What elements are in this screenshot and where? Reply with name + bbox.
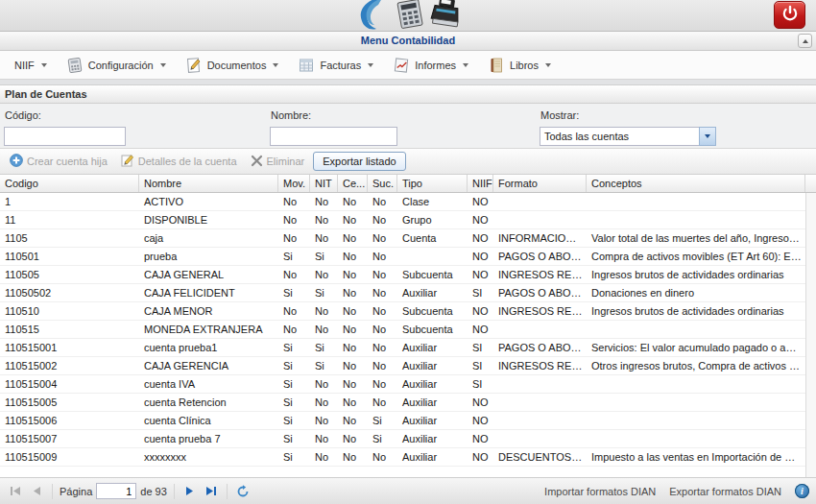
cell-ce: No bbox=[338, 302, 368, 320]
account-details-button[interactable]: Detalles de la cuenta bbox=[116, 152, 242, 171]
codigo-label: Código: bbox=[5, 109, 41, 121]
pencil-edit-icon bbox=[121, 154, 134, 169]
cell-niif: NO bbox=[468, 412, 493, 429]
prev-page-button[interactable] bbox=[28, 483, 45, 500]
delete-button[interactable]: Eliminar bbox=[246, 153, 310, 171]
table-row[interactable]: 1105cajaNoNoNoNoCuentaNOINFORMACION D...… bbox=[0, 229, 805, 248]
column-header-codigo[interactable]: Codigo bbox=[0, 175, 139, 192]
cell-mov: Si bbox=[278, 248, 310, 265]
export-list-button[interactable]: Exportar listado bbox=[313, 152, 405, 171]
cell-tipo: Auxiliar bbox=[397, 430, 468, 447]
menu-documentos[interactable]: Documentos bbox=[179, 54, 286, 77]
column-header-nombre[interactable]: Nombre bbox=[139, 175, 278, 192]
menu-niif[interactable]: NIIF bbox=[8, 57, 54, 74]
cell-tipo: Auxiliar bbox=[397, 375, 468, 393]
column-header-mov[interactable]: Mov. bbox=[278, 175, 310, 192]
cell-codigo: 11 bbox=[0, 211, 139, 228]
import-dian-link[interactable]: Importar formatos DIAN bbox=[544, 486, 656, 497]
cell-nit: No bbox=[310, 375, 338, 393]
cell-suc: Si bbox=[368, 430, 397, 447]
menu-libros[interactable]: Libros bbox=[481, 54, 558, 77]
menu-facturas[interactable]: Facturas bbox=[291, 54, 380, 77]
refresh-button[interactable] bbox=[234, 483, 252, 500]
cell-codigo: 110515007 bbox=[0, 430, 139, 447]
info-icon[interactable]: i bbox=[795, 484, 809, 498]
column-header-ce[interactable]: Ce... bbox=[338, 175, 368, 192]
menu-informes[interactable]: Informes bbox=[386, 54, 475, 77]
cell-nombre: DISPONIBLE bbox=[139, 211, 278, 228]
column-header-nit[interactable]: NIT bbox=[310, 175, 338, 192]
cell-suc: No bbox=[368, 339, 397, 356]
column-header-suc[interactable]: Suc. bbox=[368, 175, 397, 192]
last-page-button[interactable] bbox=[203, 483, 220, 500]
page-number-input[interactable] bbox=[96, 483, 136, 499]
create-child-account-label: Crear cuenta hija bbox=[27, 156, 108, 167]
cell-suc: No bbox=[368, 357, 397, 374]
table-row[interactable]: 110515009xxxxxxxxSiNoNoNoAuxiliarNODESCU… bbox=[0, 448, 805, 467]
first-page-icon bbox=[10, 486, 22, 496]
plus-circle-icon bbox=[10, 154, 23, 169]
column-header-formato[interactable]: Formato bbox=[493, 175, 587, 192]
cell-formato: PAGOS O ABONO... bbox=[493, 339, 587, 356]
vertical-scrollbar[interactable] bbox=[805, 193, 816, 477]
cell-formato bbox=[493, 412, 587, 429]
column-header-tipo[interactable]: Tipo bbox=[397, 175, 468, 192]
cell-conceptos bbox=[587, 375, 805, 393]
cell-conceptos: Compra de activos movibles (ET Art 60): … bbox=[587, 248, 805, 265]
export-dian-link[interactable]: Exportar formatos DIAN bbox=[669, 486, 781, 497]
chevron-down-icon bbox=[545, 63, 551, 67]
cell-conceptos bbox=[587, 412, 805, 429]
table-row[interactable]: 11DISPONIBLENoNoNoNoGrupoNO bbox=[0, 211, 805, 229]
table-row[interactable]: 110515004cuenta IVASiNoNoNoAuxiliarSI bbox=[0, 375, 805, 394]
table-row[interactable]: 110515007cuenta prueba 7SiNoNoSiAuxiliar… bbox=[0, 430, 805, 448]
create-child-account-button[interactable]: Crear cuenta hija bbox=[5, 152, 112, 171]
cell-nombre: cuenta Clínica bbox=[139, 412, 278, 429]
cell-nit: Si bbox=[310, 339, 338, 356]
next-page-button[interactable] bbox=[181, 483, 199, 500]
paging-toolbar: Página de 93 Importar formatos DIAN Expo… bbox=[0, 477, 816, 504]
table-row[interactable]: 110515005cuenta RetencionSiNoNoNoAuxilia… bbox=[0, 394, 805, 412]
cell-mov: Si bbox=[278, 284, 310, 301]
cell-niif: NO bbox=[468, 248, 493, 265]
cell-nombre: prueba bbox=[139, 248, 278, 265]
table-row[interactable]: 110505CAJA GENERALNoNoNoNoSubcuentaNOING… bbox=[0, 266, 805, 284]
cell-ce: No bbox=[338, 339, 368, 356]
cell-conceptos bbox=[587, 430, 805, 447]
mostrar-select[interactable]: Todas las cuentas bbox=[540, 127, 716, 146]
table-row[interactable]: 110515006cuenta ClínicaSiNoNoSiAuxiliarN… bbox=[0, 412, 805, 430]
combo-trigger-button[interactable] bbox=[699, 127, 716, 146]
column-header-niif[interactable]: NIIF bbox=[468, 175, 493, 192]
mostrar-selected-value: Todas las cuentas bbox=[540, 127, 699, 146]
table-row[interactable]: 110501pruebaSiSiNoNoNOPAGOS O ABONO...Co… bbox=[0, 248, 805, 266]
column-header-conceptos[interactable]: Conceptos bbox=[587, 175, 805, 192]
cell-formato bbox=[493, 211, 587, 228]
cell-codigo: 110515009 bbox=[0, 448, 139, 466]
cell-mov: No bbox=[278, 211, 310, 228]
table-row[interactable]: 110515001cuenta prueba1SiSiNoNoAuxiliarS… bbox=[0, 339, 805, 357]
first-page-button[interactable] bbox=[7, 483, 24, 500]
nombre-input[interactable] bbox=[270, 127, 397, 146]
cell-tipo: Auxiliar bbox=[397, 448, 468, 466]
logout-power-button[interactable] bbox=[774, 1, 805, 29]
cell-nombre: ACTIVO bbox=[139, 193, 278, 210]
cell-codigo: 110515004 bbox=[0, 375, 139, 393]
table-row[interactable]: 1ACTIVONoNoNoNoClaseNO bbox=[0, 193, 805, 211]
cell-tipo: Subcuenta bbox=[397, 302, 468, 320]
menu-item-label: Documentos bbox=[207, 60, 267, 71]
cell-suc: Si bbox=[368, 412, 397, 429]
codigo-input[interactable] bbox=[4, 127, 126, 146]
cell-nombre: cuenta prueba1 bbox=[139, 339, 278, 356]
menu-configuracion[interactable]: Configuración bbox=[60, 54, 173, 77]
cell-mov: Si bbox=[278, 357, 310, 374]
cell-codigo: 110515002 bbox=[0, 357, 139, 374]
table-row[interactable]: 110515MONEDA EXTRANJERANoNoNoNoSubcuenta… bbox=[0, 321, 805, 339]
table-row[interactable]: 11050502CAJA FELICIDENTSiSiNoNoAuxiliarS… bbox=[0, 284, 805, 302]
collapse-panel-button[interactable] bbox=[798, 34, 812, 48]
table-row[interactable]: 110510CAJA MENORNoNoNoNoSubcuentaNOINGRE… bbox=[0, 302, 805, 321]
cell-mov: No bbox=[278, 229, 310, 247]
document-edit-icon bbox=[185, 57, 203, 74]
chevron-up-icon bbox=[803, 39, 808, 43]
header-scrollbar-spacer bbox=[805, 175, 816, 192]
cell-nit: No bbox=[310, 302, 338, 320]
table-row[interactable]: 110515002CAJA GERENCIASiSiNoNoAuxiliarSI… bbox=[0, 357, 805, 375]
